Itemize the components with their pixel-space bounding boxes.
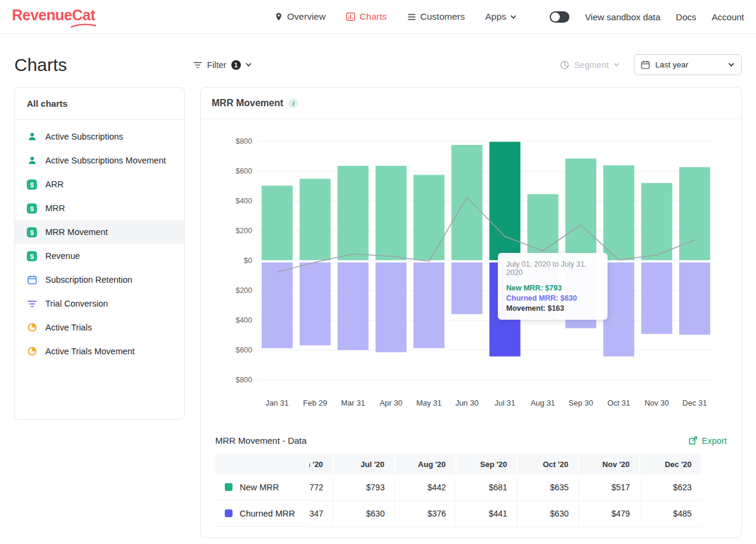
main-nav: Overview Charts Customers Apps [274,11,517,22]
trial-circle-icon [27,347,37,356]
svg-text:Nov 30: Nov 30 [645,398,669,407]
svg-text:$200: $200 [236,227,252,235]
sidebar-list: Active Subscriptions Active Subscription… [15,120,184,368]
nav-account[interactable]: Account [712,12,744,22]
cell: $479 [578,500,640,527]
col-header: Nov '20 [578,454,640,474]
churned-mrr-swatch [225,509,233,517]
svg-text:Mar 31: Mar 31 [341,398,365,407]
page-title: Charts [14,55,67,75]
date-range-value: Last year [655,60,689,69]
sandbox-toggle[interactable] [550,11,569,23]
nav-customers[interactable]: Customers [407,11,465,22]
nav-overview[interactable]: Overview [274,11,326,22]
svg-text:May 31: May 31 [416,398,442,407]
sandbox-label: View sandbox data [585,12,660,22]
cell: $517 [578,474,640,500]
mrr-movement-card: MRR Movement i $800$600$400$200$0$200$40… [200,87,742,538]
sidebar-item-label: Active Subscriptions [45,132,123,141]
sidebar-item-trial-conversion[interactable]: Trial Conversion [15,292,184,316]
cell: $793 [333,474,395,500]
cell: $485 [640,500,701,527]
sidebar-item-label: Active Subscriptions Movement [45,156,166,165]
cell: $635 [517,474,578,500]
export-icon [689,436,698,445]
data-table-values: Jun '20 Jul '20 Aug '20 Sep '20 Oct '20 … [309,454,701,527]
svg-text:Aug 31: Aug 31 [531,398,555,407]
col-header: Sep '20 [456,454,518,474]
cell: $772 [309,474,333,500]
sidebar-item-label: ARR [45,180,64,189]
export-button[interactable]: Export [689,436,727,446]
logo-text: RevenueCat [12,7,95,23]
cell: $376 [395,500,456,527]
calendar-icon [641,60,650,69]
sidebar-item-active-subscriptions[interactable]: Active Subscriptions [15,125,184,149]
new-mrr-swatch [225,483,233,491]
svg-text:$: $ [30,228,33,236]
nav-overview-label: Overview [287,11,326,22]
svg-text:Feb 29: Feb 29 [303,398,327,407]
nav-apps[interactable]: Apps [485,11,516,22]
table-row-churned-mrr: $347 $630 $376 $441 $630 $479 $485 [309,500,701,527]
table-corner-cell [215,454,309,474]
sidebar-item-subscription-retention[interactable]: Subscription Retention [15,268,184,292]
svg-text:Sep 30: Sep 30 [569,398,593,407]
date-range-select[interactable]: Last year [634,54,742,75]
svg-text:Jun 30: Jun 30 [456,398,479,407]
chevron-down-icon [510,15,516,19]
logo-underline-swoosh [70,23,97,28]
svg-text:$400: $400 [236,197,252,205]
sidebar-item-active-trials[interactable]: Active Trials [15,316,184,339]
bar-chart-icon [346,12,355,21]
sidebar-item-label: Revenue [45,251,80,261]
sidebar-item-mrr-movement[interactable]: $ MRR Movement [15,220,184,244]
sidebar-item-revenue[interactable]: $ Revenue [15,244,184,268]
filter-control[interactable]: Filter 1 [193,60,251,70]
segment-pie-icon [560,60,569,70]
sidebar-title: All charts [15,88,184,120]
cell: $441 [456,500,518,527]
calendar-icon [27,275,37,285]
sidebar-item-label: Active Trials [45,323,92,332]
tooltip-date-range: July 01, 2020 to July 31, 2020 [506,260,599,277]
mrr-movement-data-table: New MRR Churned MRR Jun '20 Jul '20 Aug … [215,454,727,527]
col-header: Jul '20 [333,454,395,474]
svg-text:Jan 31: Jan 31 [265,398,289,407]
cell: $681 [456,474,518,500]
filter-label: Filter [207,60,226,70]
col-header: Aug '20 [395,454,456,474]
table-header-row: Jun '20 Jul '20 Aug '20 Sep '20 Oct '20 … [309,454,701,474]
nav-charts[interactable]: Charts [346,11,387,22]
chevron-down-icon [614,63,619,67]
svg-text:$: $ [30,205,33,212]
chevron-down-icon [246,63,252,67]
table-row-new-mrr-label: New MRR [215,474,309,500]
chart-title: MRR Movement [212,98,283,109]
navbar-right-group: View sandbox data Docs Account [550,11,744,23]
sidebar-item-active-trials-movement[interactable]: Active Trials Movement [15,339,184,363]
tooltip-movement: Movement: $163 [506,304,599,313]
top-navbar: RevenueCat Overview Charts [0,0,756,34]
filter-count-badge: 1 [231,60,241,70]
nav-docs[interactable]: Docs [676,12,696,22]
dollar-icon: $ [27,203,37,214]
info-icon[interactable]: i [289,98,298,108]
mrr-movement-chart[interactable]: $800$600$400$200$0$200$400$600$800Jan 31… [224,132,718,413]
list-icon [407,13,416,21]
svg-text:$600: $600 [236,346,252,354]
nav-apps-label: Apps [485,11,506,22]
sidebar-item-active-subscriptions-movement[interactable]: Active Subscriptions Movement [15,149,184,172]
trial-circle-icon [27,323,37,332]
sidebar-item-mrr[interactable]: $ MRR [15,196,184,220]
sidebar-item-arr[interactable]: $ ARR [15,172,184,196]
revenuecat-logo[interactable]: RevenueCat [12,7,95,27]
charts-sidebar: All charts Active Subscriptions Active S… [14,87,185,420]
svg-text:$: $ [30,181,33,188]
svg-text:$800: $800 [236,376,252,384]
person-icon [27,156,37,165]
col-header: Oct '20 [517,454,578,474]
cell: $630 [333,500,395,527]
segment-control[interactable]: Segment [560,60,619,70]
data-table-scroll[interactable]: Jun '20 Jul '20 Aug '20 Sep '20 Oct '20 … [309,454,727,527]
